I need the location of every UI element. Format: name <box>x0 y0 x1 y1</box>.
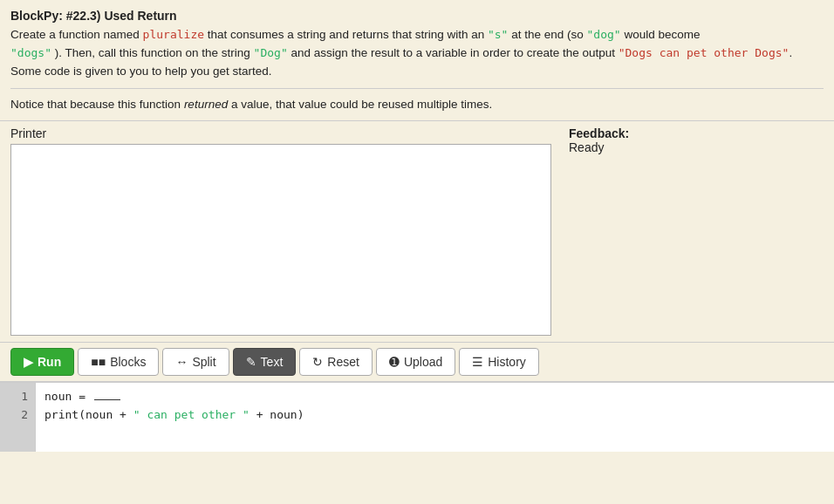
run-button[interactable]: ▶ Run <box>10 348 74 376</box>
blocks-label: Blocks <box>110 355 146 369</box>
split-button[interactable]: ↔ Split <box>162 348 229 376</box>
problem-note: Notice that because this function return… <box>10 96 824 113</box>
printer-area: Printer <box>10 126 551 338</box>
text-icon: ✎ <box>246 355 256 369</box>
history-label: History <box>488 355 526 369</box>
reset-label: Reset <box>327 355 359 369</box>
blocks-icon: ■■ <box>91 355 106 369</box>
divider-1 <box>10 88 824 89</box>
code-noun: noun <box>44 390 72 403</box>
history-button[interactable]: ☰ History <box>459 348 539 376</box>
split-icon: ↔ <box>175 355 188 369</box>
middle-section: Printer Feedback: Ready <box>0 121 834 342</box>
feedback-area: Feedback: Ready <box>562 126 824 338</box>
desc-text-1: Create a function named <box>10 28 143 41</box>
code-print: print <box>44 408 79 421</box>
func-name: pluralize <box>143 28 204 41</box>
problem-title: BlockPy: #22.3) Used Return <box>10 9 824 23</box>
note-text-2: a value, that value could be reused mult… <box>228 98 492 111</box>
history-icon: ☰ <box>472 355 483 369</box>
problem-section: BlockPy: #22.3) Used Return Create a fun… <box>0 0 834 121</box>
blocks-button[interactable]: ■■ Blocks <box>78 348 159 376</box>
line-num-2: 2 <box>7 406 28 425</box>
text-label: Text <box>261 355 284 369</box>
dog-example: "dog" <box>587 28 621 41</box>
text-button[interactable]: ✎ Text <box>233 348 297 376</box>
desc-text-4: would become <box>621 28 701 41</box>
code-line-1: noun = <box>44 388 825 406</box>
feedback-label: Feedback: <box>569 126 629 140</box>
note-text-1: Notice that because this function <box>10 98 184 111</box>
split-label: Split <box>192 355 215 369</box>
line-num-1: 1 <box>7 388 28 406</box>
upload-button[interactable]: ➊ Upload <box>376 348 455 376</box>
run-label: Run <box>38 355 61 369</box>
code-str-1: " can pet other " <box>133 408 250 421</box>
dogs-example: "dogs" <box>10 46 51 59</box>
s-char: "s" <box>488 28 508 41</box>
feedback-status: Ready <box>569 140 604 154</box>
desc-text-3: at the end (so <box>508 28 586 41</box>
dog-cap: "Dog" <box>254 46 288 59</box>
printer-label: Printer <box>10 126 551 140</box>
upload-label: Upload <box>404 355 442 369</box>
line-numbers: 1 2 <box>0 383 35 452</box>
code-section: 1 2 noun = print(noun + " can pet other … <box>0 382 834 452</box>
code-blank <box>94 399 120 400</box>
desc-text-5: ). Then, call this function on the strin… <box>51 46 254 59</box>
output-str: "Dogs can pet other Dogs" <box>619 46 790 59</box>
code-content[interactable]: noun = print(noun + " can pet other " + … <box>35 383 834 452</box>
problem-description: Create a function named pluralize that c… <box>10 26 824 81</box>
run-icon: ▶ <box>24 355 33 369</box>
title-text: BlockPy: #22.3) Used Return <box>10 9 177 23</box>
reset-icon: ↻ <box>312 355 323 369</box>
code-line-2: print(noun + " can pet other " + noun) <box>44 406 825 425</box>
upload-icon: ➊ <box>389 355 400 369</box>
toolbar: ▶ Run ■■ Blocks ↔ Split ✎ Text ↻ Reset ➊… <box>0 342 834 382</box>
printer-textarea[interactable] <box>10 144 551 336</box>
desc-text-2: that consumes a string and returns that … <box>204 28 488 41</box>
reset-button[interactable]: ↻ Reset <box>299 348 373 376</box>
desc-text-6: and assign the result to a variable in o… <box>288 46 619 59</box>
note-em: returned <box>184 98 228 111</box>
